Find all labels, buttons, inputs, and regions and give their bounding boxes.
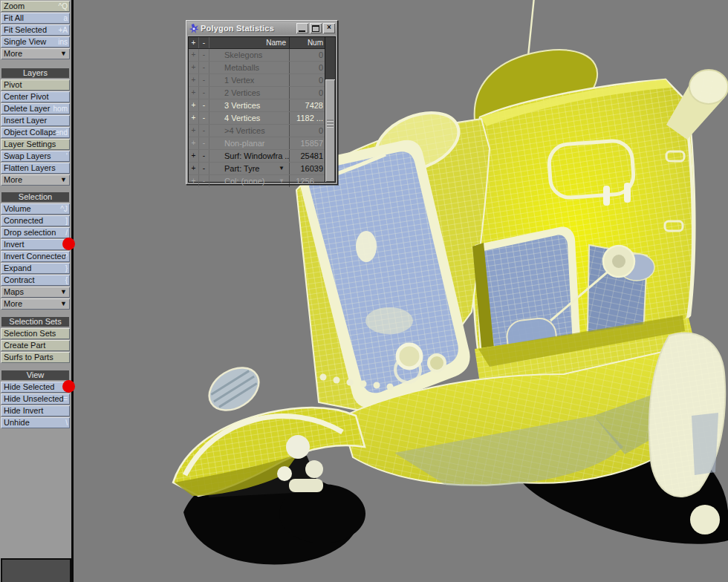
sidebar-button-layer-settings[interactable]: Layer Settings [1,139,70,150]
table-row[interactable]: +- Part: Tyre▼ 16039 [189,163,325,175]
select-minus[interactable]: - [199,137,209,149]
polygon-statistics-window[interactable]: Polygon Statistics × + - Name Num +- Ske… [186,20,338,185]
deselect-all-header[interactable]: - [199,37,209,48]
select-plus[interactable]: + [189,175,199,187]
row-count: 1182 ... [289,112,325,124]
select-plus[interactable]: + [189,137,199,149]
sidebar-button-more-layers[interactable]: More▼ [1,174,70,186]
table-row[interactable]: +- Non-planar 15857 [189,137,325,150]
sidebar-button-center-pivot[interactable]: Center Pivot [1,91,70,102]
dropdown-arrow-icon[interactable]: ▼ [279,165,285,171]
sidebar-button-invert-connected[interactable]: Invert Connected? [1,251,70,262]
bottom-panel [1,558,71,582]
sidebar-button-pivot[interactable]: Pivot [1,79,70,91]
table-row[interactable]: +- >4 Vertices 0 [189,125,325,137]
select-minus[interactable]: - [199,175,209,187]
select-minus[interactable]: - [199,125,209,137]
sidebar-button-more-selection[interactable]: More▼ [1,298,70,310]
sidebar-button-fit-selected[interactable]: Fit Selected+A [1,24,70,36]
table-scrollbar[interactable] [325,37,335,182]
table-row[interactable]: +- 1 Vertex 0 [189,74,325,87]
row-name: Surf: Windowfra ... [209,151,289,160]
select-plus[interactable]: + [189,49,199,61]
sidebar-button-fit-all[interactable]: Fit Alla [1,13,70,24]
select-minus[interactable]: - [199,87,209,99]
name-column-header: Name [209,37,289,48]
dropdown-arrow-icon: ▼ [60,298,67,310]
table-row[interactable]: +- 3 Vertices 7428 [189,99,325,112]
select-minus[interactable]: - [199,62,209,73]
sidebar-button-insert-layer[interactable]: Insert Layer [1,115,70,126]
sidebar-button-hide-selected[interactable]: Hide Selected [1,382,70,393]
sidebar-button-unhide[interactable]: Unhide\ [1,417,70,428]
sidebar-button-connected[interactable]: Connected] [1,215,70,226]
select-plus[interactable]: + [189,163,199,174]
table-row[interactable]: +- Surf: Windowfra ... 25481 [189,150,325,163]
select-plus[interactable]: + [189,99,199,111]
3d-viewport[interactable]: Polygon Statistics × + - Name Num +- Ske… [74,0,728,582]
tool-sidebar: Zoom^Q Fit Alla Fit Selected+A Single Vi… [0,0,71,582]
sidebar-button-volume[interactable]: Volume^J [1,203,70,215]
window-title: Polygon Statistics [201,24,295,33]
table-row[interactable]: +- 2 Vertices 0 [189,87,325,99]
sidebar-button-expand[interactable]: Expand} [1,263,70,274]
sidebar-button-single-view[interactable]: Single Viewins [1,36,70,48]
row-name: Non-planar [209,139,289,148]
select-plus[interactable]: + [189,74,199,86]
row-name: 4 Vertices [209,114,289,122]
dropdown-arrow-icon[interactable]: ▼ [279,177,285,184]
select-minus[interactable]: - [199,163,209,174]
window-titlebar[interactable]: Polygon Statistics × [187,22,337,35]
sidebar-button-create-part[interactable]: Create Part [1,340,70,351]
close-button[interactable]: × [323,23,335,33]
row-count: 7428 [289,99,325,111]
minimize-button[interactable] [296,23,308,33]
row-count: 1256 ... [289,175,325,187]
sidebar-button-swap-layers[interactable]: Swap Layers' [1,151,70,162]
sidebar-button-surfs-to-parts[interactable]: Surfs to Parts [1,352,70,363]
sidebar-button-contract[interactable]: Contract{ [1,275,70,286]
row-count: 0 [289,74,325,86]
sidebar-button-flatten-layers[interactable]: Flatten Layers [1,163,70,174]
sidebar-button-invert[interactable]: Invert [1,239,70,250]
select-plus[interactable]: + [189,112,199,124]
dropdown-arrow-icon: ▼ [60,48,67,59]
select-minus[interactable]: - [199,150,209,162]
select-plus[interactable]: + [189,125,199,137]
select-plus[interactable]: + [189,62,199,73]
sidebar-button-hide-unselected[interactable]: Hide Unselected= [1,393,70,405]
group-header-selection: Selection [1,192,69,202]
sidebar-button-zoom[interactable]: Zoom^Q [1,1,70,12]
select-plus[interactable]: + [189,87,199,99]
select-minus[interactable]: - [199,49,209,61]
row-name: 2 Vertices [209,88,289,97]
select-all-header[interactable]: + [189,37,199,48]
table-row[interactable]: +- 4 Vertices 1182 ... [189,112,325,125]
select-minus[interactable]: - [199,112,209,124]
sidebar-button-object-collapse[interactable]: Object Collapsend [1,127,70,138]
annotation-dot-hide-selected [62,380,75,393]
table-row[interactable]: +- Skelegons 0 [189,49,325,62]
row-name: >4 Vertices [209,126,289,135]
sidebar-button-hide-invert[interactable]: Hide Invert [1,405,70,416]
select-plus[interactable]: + [189,150,199,162]
sidebar-button-drop-selection[interactable]: Drop selection/ [1,227,70,238]
row-count: 15857 [289,137,325,149]
maximize-button[interactable] [310,23,322,33]
modeler-app: { "window": { "title": "Polygon Statisti… [0,0,728,582]
group-header-selection-sets: Selection Sets [1,317,69,327]
sidebar-button-delete-layer[interactable]: Delete Layerhom [1,103,70,114]
scrollbar-thumb[interactable] [325,79,335,182]
row-name: Col: (none)▼ [209,177,289,186]
row-name: Part: Tyre▼ [209,164,289,173]
sidebar-button-more-top[interactable]: More▼ [1,48,70,59]
sidebar-button-selection-sets[interactable]: Selection Sets [1,328,70,339]
select-minus[interactable]: - [199,99,209,111]
statistics-table: + - Name Num +- Skelegons 0 +- Metaballs… [188,36,336,183]
sidebar-button-maps[interactable]: Maps▼ [1,287,70,298]
row-count: 0 [289,125,325,137]
num-column-header: Num [289,37,325,48]
table-row[interactable]: +- Metaballs 0 [189,62,325,74]
select-minus[interactable]: - [199,74,209,86]
table-row[interactable]: +- Col: (none)▼ 1256 ... [189,175,325,187]
